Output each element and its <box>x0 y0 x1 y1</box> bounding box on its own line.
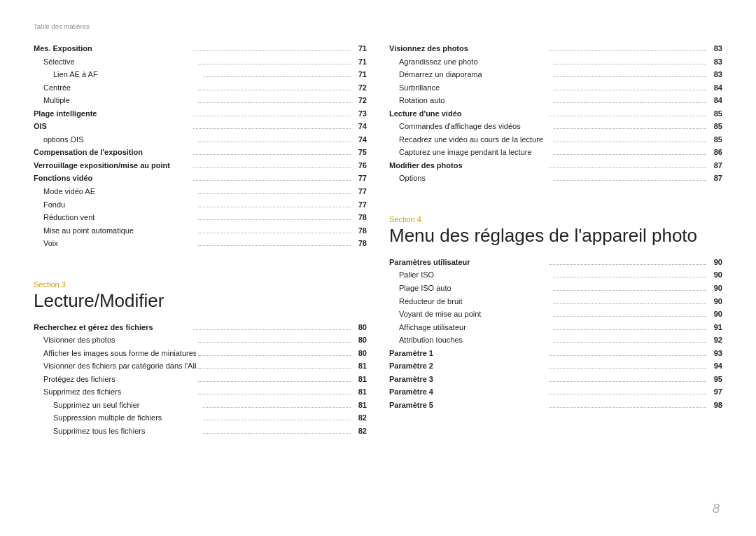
toc-entry: Recadrez une vidéo au cours de la lectur… <box>389 134 722 146</box>
toc-label: Plage intelligente <box>34 108 191 120</box>
toc-label: Surbrillance <box>399 82 552 94</box>
toc-entry: Supprimez un seul fichier81 <box>34 399 367 411</box>
toc-entry: Options87 <box>389 172 722 184</box>
toc-page: 84 <box>708 95 722 106</box>
section3-block: Section 3 Lecture/Modifier Recherchez et… <box>34 268 367 439</box>
toc-label: Paramètre 5 <box>389 399 547 411</box>
toc-page: 76 <box>353 160 367 172</box>
toc-page: 78 <box>353 225 367 237</box>
toc-label: Supprimez des fichiers <box>43 386 196 398</box>
toc-entry: Capturez une image pendant la lecture86 <box>389 146 722 158</box>
main-content: Mes. Exposition71Sélective71Lien AE à AF… <box>34 43 722 514</box>
toc-entry: Plage intelligente73 <box>34 108 367 120</box>
toc-label: Agrandissez une photo <box>399 56 552 68</box>
toc-entry: OIS74 <box>34 121 367 132</box>
toc-dots <box>198 394 351 394</box>
toc-entry: Afficher les images sous forme de miniat… <box>34 348 367 359</box>
toc-label: Fondu <box>43 199 196 211</box>
toc-dots <box>554 102 706 103</box>
toc-label: Options <box>399 172 552 184</box>
toc-page: 98 <box>708 399 722 411</box>
toc-label: Capturez une image pendant la lecture <box>399 146 552 158</box>
toc-entry: Lecture d'une vidéo85 <box>389 108 722 120</box>
toc-dots <box>549 50 706 51</box>
toc-dots <box>193 50 351 51</box>
toc-page: 85 <box>708 108 722 120</box>
toc-entry: Verrouillage exposition/mise au point76 <box>34 160 367 172</box>
toc-page: 85 <box>708 134 722 146</box>
right-column: Visionnez des photos83Agrandissez une ph… <box>389 43 722 514</box>
toc-dots <box>193 154 351 155</box>
toc-entry: Affichage utilisateur91 <box>389 322 722 334</box>
toc-dots <box>193 116 351 116</box>
toc-page: 86 <box>708 146 722 158</box>
toc-entry: Fondu77 <box>34 199 367 211</box>
toc-entry: Paramètre 395 <box>389 373 722 385</box>
toc-page: 90 <box>708 282 722 294</box>
toc-dots <box>549 167 706 168</box>
toc-dots <box>549 264 706 265</box>
toc-label: Démarrez un diaporama <box>399 69 552 81</box>
toc-page: 77 <box>353 186 367 198</box>
toc-dots <box>554 64 706 64</box>
toc-dots <box>554 342 706 343</box>
toc-label: Mise au point automatique <box>43 225 196 237</box>
toc-page: 80 <box>353 322 367 334</box>
toc-dots <box>198 245 351 246</box>
toc-dots <box>203 407 351 408</box>
toc-page: 71 <box>353 56 367 68</box>
toc-dots <box>549 394 706 394</box>
toc-dots <box>554 142 706 142</box>
toc-label: Supprimez tous les fichiers <box>53 425 201 437</box>
toc-page: 77 <box>353 199 367 211</box>
toc-page: 78 <box>353 238 367 249</box>
toc-entry: Mes. Exposition71 <box>34 43 367 55</box>
toc-entry: Paramètres utilisateur90 <box>389 256 722 268</box>
toc-page: 82 <box>353 425 367 437</box>
toc-dots <box>203 420 351 420</box>
toc-label: Réduction vent <box>43 212 196 224</box>
left-top-entries: Mes. Exposition71Sélective71Lien AE à AF… <box>34 43 367 251</box>
toc-dots <box>554 76 706 77</box>
toc-entry: Réducteur de bruit90 <box>389 296 722 308</box>
toc-label: Lien AE à AF <box>53 69 201 81</box>
toc-page: 74 <box>353 134 367 146</box>
toc-dots <box>198 233 351 233</box>
toc-dots <box>554 154 706 155</box>
toc-entry: Visionner des fichiers par catégorie dan… <box>34 360 367 372</box>
toc-entry: Rotation auto84 <box>389 95 722 106</box>
toc-dots <box>198 219 351 220</box>
toc-entry: Palier ISO90 <box>389 269 722 281</box>
toc-dots <box>198 381 351 382</box>
toc-page: 83 <box>708 69 722 81</box>
toc-label: Réducteur de bruit <box>399 296 552 308</box>
toc-entry: Supprimez des fichiers81 <box>34 386 367 398</box>
page: Table des matières Mes. Exposition71Séle… <box>0 0 756 536</box>
toc-entry: Voix78 <box>34 238 367 249</box>
toc-entry: Agrandissez une photo83 <box>389 56 722 68</box>
toc-dots <box>198 342 351 343</box>
toc-label: Mes. Exposition <box>34 43 191 55</box>
toc-entry: Compensation de l'exposition75 <box>34 146 367 158</box>
toc-dots <box>193 167 351 168</box>
toc-dots <box>198 368 351 369</box>
breadcrumb: Table des matières <box>34 22 722 30</box>
toc-dots <box>549 381 706 382</box>
toc-label: Rotation auto <box>399 95 552 106</box>
toc-page: 72 <box>353 82 367 94</box>
toc-label: OIS <box>34 121 191 132</box>
toc-label: Lecture d'une vidéo <box>389 108 547 120</box>
toc-dots <box>193 329 351 330</box>
toc-entry: Réduction vent78 <box>34 212 367 224</box>
toc-label: Afficher les images sous forme de miniat… <box>43 348 196 359</box>
section3-entries: Recherchez et gérez des fichiers80Vision… <box>34 322 367 437</box>
toc-label: Recadrez une vidéo au cours de la lectur… <box>399 134 552 146</box>
toc-dots <box>193 180 351 181</box>
toc-label: Sélective <box>43 56 196 68</box>
toc-label: Paramètres utilisateur <box>389 256 547 268</box>
toc-page: 82 <box>353 412 367 424</box>
section4-block: Section 4 Menu des réglages de l'apparei… <box>389 202 722 412</box>
toc-label: Plage ISO auto <box>399 282 552 294</box>
toc-label: Palier ISO <box>399 269 552 281</box>
toc-page: 95 <box>708 373 722 385</box>
